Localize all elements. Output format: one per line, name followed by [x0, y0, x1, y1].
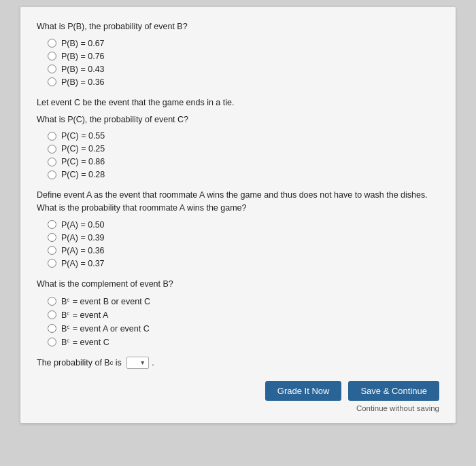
radio-c-3[interactable] [48, 158, 56, 166]
option-a-1: P(A) = 0.50 [48, 220, 439, 230]
question-a-text: Define event A as the event that roommat… [37, 189, 439, 215]
radio-b-3[interactable] [48, 65, 56, 73]
radio-b-4[interactable] [48, 77, 56, 86]
radio-c-4[interactable] [48, 171, 56, 179]
question-complement-text: What is the complement of event B? [37, 278, 439, 291]
option-b-3-label: P(B) = 0.43 [61, 65, 105, 74]
probability-bc-label: The probability of B [37, 358, 110, 368]
save-button[interactable]: Save & Continue [348, 381, 439, 401]
radio-comp-1[interactable] [48, 297, 56, 306]
question-complement-block: What is the complement of event B? Bᶜ = … [37, 278, 439, 347]
option-b-1-label: P(B) = 0.67 [61, 39, 105, 48]
option-c-4-label: P(C) = 0.28 [61, 170, 105, 179]
option-c-4: P(C) = 0.28 [48, 170, 439, 179]
radio-c-1[interactable] [48, 132, 56, 141]
option-a-4: P(A) = 0.37 [48, 259, 439, 268]
radio-comp-2[interactable] [48, 310, 56, 319]
option-c-3: P(C) = 0.86 [48, 157, 439, 166]
option-comp-3-label: Bᶜ = event A or event C [61, 323, 150, 334]
option-c-2-label: P(C) = 0.25 [61, 144, 105, 154]
radio-a-3[interactable] [48, 246, 56, 255]
option-b-3: P(B) = 0.43 [48, 65, 439, 74]
footer-buttons: Grade It Now Save & Continue Continue wi… [37, 381, 439, 412]
footer-btn-row: Grade It Now Save & Continue [265, 381, 439, 401]
page-container: What is P(B), the probability of event B… [0, 0, 476, 466]
question-a-options: P(A) = 0.50 P(A) = 0.39 P(A) = 0.36 P(A)… [37, 220, 439, 268]
option-a-4-label: P(A) = 0.37 [61, 259, 105, 268]
question-c-options: P(C) = 0.55 P(C) = 0.25 P(C) = 0.86 P(C)… [37, 131, 439, 179]
option-c-2: P(C) = 0.25 [48, 144, 439, 154]
radio-b-1[interactable] [48, 39, 56, 48]
option-comp-1-label: Bᶜ = event B or event C [61, 296, 150, 306]
probability-bc-dropdown[interactable]: ▼ [126, 357, 149, 369]
continue-without-saving-link[interactable]: Continue without saving [356, 404, 439, 412]
option-comp-4: Bᶜ = event C [48, 337, 439, 347]
divider-text-c: Let event C be the event that the game e… [37, 96, 439, 109]
option-b-2: P(B) = 0.76 [48, 52, 439, 61]
radio-comp-4[interactable] [48, 338, 56, 346]
question-b-text: What is P(B), the probability of event B… [37, 20, 439, 33]
option-b-2-label: P(B) = 0.76 [61, 52, 105, 61]
option-a-2-label: P(A) = 0.39 [61, 233, 105, 243]
option-a-1-label: P(A) = 0.50 [61, 220, 105, 230]
option-c-1: P(C) = 0.55 [48, 131, 439, 141]
option-c-1-label: P(C) = 0.55 [61, 131, 105, 141]
radio-b-2[interactable] [48, 52, 56, 60]
probability-bc-is: is [116, 358, 122, 368]
probability-bc-row: The probability of Bc is ▼ . [37, 357, 439, 369]
option-comp-2: Bᶜ = event A [48, 310, 439, 320]
option-b-1: P(B) = 0.67 [48, 39, 439, 48]
grade-button[interactable]: Grade It Now [265, 381, 342, 401]
radio-a-1[interactable] [48, 220, 56, 229]
question-b-block: What is P(B), the probability of event B… [37, 20, 439, 87]
radio-a-2[interactable] [48, 233, 56, 242]
option-a-2: P(A) = 0.39 [48, 233, 439, 243]
question-c-block: What is P(C), the probability of event C… [37, 113, 439, 180]
option-comp-4-label: Bᶜ = event C [61, 337, 109, 347]
option-a-3: P(A) = 0.36 [48, 246, 439, 255]
dropdown-value [130, 358, 137, 368]
radio-c-2[interactable] [48, 145, 56, 154]
option-comp-3: Bᶜ = event A or event C [48, 323, 439, 334]
quiz-card: What is P(B), the probability of event B… [20, 7, 456, 423]
option-a-3-label: P(A) = 0.36 [61, 246, 105, 255]
radio-a-4[interactable] [48, 259, 56, 268]
question-a-block: Define event A as the event that roommat… [37, 189, 439, 268]
radio-comp-3[interactable] [48, 324, 56, 333]
probability-bc-period: . [152, 358, 154, 368]
option-b-4-label: P(B) = 0.36 [61, 77, 105, 87]
option-comp-2-label: Bᶜ = event A [61, 310, 108, 320]
question-c-text: What is P(C), the probability of event C… [37, 113, 439, 126]
probability-bc-superscript: c [110, 359, 114, 366]
dropdown-arrow-icon: ▼ [139, 359, 146, 366]
question-complement-options: Bᶜ = event B or event C Bᶜ = event A Bᶜ … [37, 296, 439, 347]
option-comp-1: Bᶜ = event B or event C [48, 296, 439, 306]
option-b-4: P(B) = 0.36 [48, 77, 439, 87]
question-b-options: P(B) = 0.67 P(B) = 0.76 P(B) = 0.43 P(B)… [37, 39, 439, 87]
option-c-3-label: P(C) = 0.86 [61, 157, 105, 166]
